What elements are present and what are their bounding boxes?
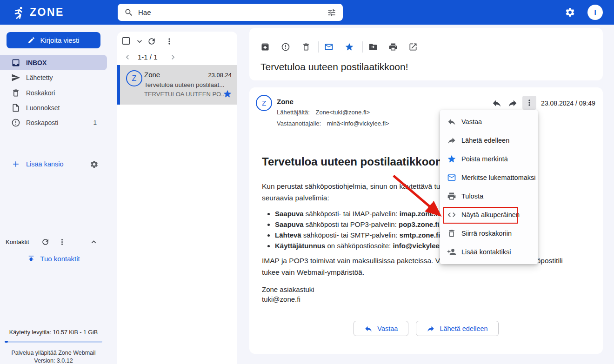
bullet-imap: Saapuva sähköposti- tai IMAP-palvelin: i…: [275, 208, 589, 219]
forward-button[interactable]: Lähetä edelleen: [416, 321, 498, 336]
compose-label: Kirjoita viesti: [40, 36, 79, 44]
draft-icon: [11, 103, 20, 113]
sidebar-item-drafts[interactable]: Luonnokset: [0, 100, 107, 115]
bullet-smtp: Lähtevä sähköposti- tai SMTP-palvelin: s…: [275, 230, 589, 240]
storage-usage-text: Käytetty levytila: 10.57 KiB - 1 GiB: [0, 329, 107, 336]
reply-button-label: Vastaa: [377, 325, 398, 332]
inbox-icon: [11, 58, 20, 67]
message-body-heading: Tervetuloa uuteen postilaatikkoon!: [262, 155, 446, 168]
search-bar[interactable]: [118, 4, 343, 21]
sidebar-item-inbox[interactable]: INBOX: [0, 55, 107, 70]
contacts-collapse-chevron-up-icon[interactable]: [89, 238, 99, 247]
report-spam-icon[interactable]: [281, 42, 290, 52]
send-icon: [11, 73, 20, 82]
reply-icon[interactable]: [492, 98, 502, 108]
menu-item-mark-unread[interactable]: Merkitse lukemattomaksi: [440, 168, 538, 187]
to-row: Vastaanottajalle: minä<info@vickylee.fi>: [277, 120, 389, 127]
email-date: 23.08.24: [208, 72, 232, 79]
sidebar-item-sent[interactable]: Lähetetty: [0, 70, 107, 85]
star-icon[interactable]: [345, 42, 354, 52]
forward-icon[interactable]: [507, 98, 518, 108]
upload-icon: [27, 254, 35, 263]
menu-item-add-contact[interactable]: Lisää kontaktiksi: [440, 243, 538, 261]
sidebar-divider: [0, 347, 107, 347]
spam-count-badge: 1: [93, 119, 97, 126]
toolbar-divider: [318, 41, 319, 53]
server-bullet-list: Saapuva sähköposti- tai IMAP-palvelin: i…: [268, 208, 589, 251]
from-label: Lähettäjältä:: [277, 109, 310, 116]
from-value: Zone<tuki@zone.fi>: [315, 109, 370, 116]
menu-item-remove-star[interactable]: Poista merkintä: [440, 150, 538, 168]
pagination-text: 1-1 / 1: [138, 53, 158, 61]
menu-item-move-to-trash[interactable]: Siirrä roskakoriin: [440, 224, 538, 243]
add-folder-row: Lisää kansio: [0, 157, 107, 171]
to-value: minä<info@vickylee.fi>: [327, 120, 389, 127]
list-refresh-icon[interactable]: [147, 37, 156, 46]
compose-button[interactable]: Kirjoita viesti: [7, 32, 100, 48]
pagination: 1-1 / 1: [117, 52, 237, 62]
email-subject: Tervetuloa uuteen postilaat...: [144, 81, 225, 88]
message-body-note: IMAP ja POP3 toimivat vain maksullisissa…: [262, 255, 592, 278]
contacts-refresh-icon[interactable]: [41, 238, 50, 247]
trash-icon: [11, 88, 20, 98]
page-prev-chevron-left-icon[interactable]: [123, 53, 132, 62]
folder-label: Luonnokset: [26, 104, 60, 112]
import-contacts-button[interactable]: Tuo kontaktit: [0, 254, 107, 263]
menu-item-show-original[interactable]: Näytä alkuperäinen: [440, 205, 538, 224]
message-datetime: 23.08.2024 / 09:49: [541, 99, 595, 107]
mark-unread-mail-icon[interactable]: [324, 42, 334, 52]
message-more-button[interactable]: [522, 96, 536, 110]
folder-label: INBOX: [26, 59, 47, 66]
search-input[interactable]: [138, 8, 322, 16]
menu-item-reply[interactable]: Vastaa: [440, 113, 538, 131]
select-all-checkbox[interactable]: [122, 37, 130, 45]
add-folder-button[interactable]: Lisää kansio: [26, 160, 64, 168]
mail-icon: [447, 173, 456, 182]
page-next-chevron-right-icon[interactable]: [168, 53, 178, 62]
sender-avatar: Z: [256, 95, 272, 111]
menu-item-forward[interactable]: Lähetä edelleen: [440, 131, 538, 150]
sidebar-item-trash[interactable]: Roskakori: [0, 85, 107, 100]
folder-move-icon[interactable]: [368, 42, 378, 52]
to-label: Vastaanottajalle:: [277, 120, 321, 127]
email-list-item[interactable]: Z Zone 23.08.24 Tervetuloa uuteen postil…: [117, 65, 237, 105]
folder-label: Roskakori: [26, 89, 55, 97]
sidebar: Kirjoita viesti INBOX Lähetetty Roskakor…: [0, 25, 107, 364]
folder-label: Lähetetty: [26, 74, 53, 81]
storage-progress-fill: [5, 341, 8, 343]
sender-avatar: Z: [126, 70, 142, 86]
email-message-card: Z Zone Lähettäjältä: Zone<tuki@zone.fi> …: [249, 87, 603, 354]
email-preview: TERVETULOA UUTEEN PO...: [144, 91, 226, 98]
plus-icon[interactable]: [11, 159, 20, 169]
message-action-row: Vastaa Lähetä edelleen: [249, 321, 603, 336]
bullet-pop3: Saapuva sähköposti tai POP3-palvelin: po…: [275, 219, 589, 230]
sidebar-item-spam[interactable]: Roskaposti 1: [0, 115, 107, 130]
contacts-more-icon[interactable]: [58, 238, 67, 247]
delete-icon[interactable]: [301, 42, 311, 52]
menu-item-print[interactable]: Tulosta: [440, 187, 538, 205]
user-avatar[interactable]: I: [587, 5, 603, 20]
print-icon[interactable]: [388, 42, 398, 52]
person-add-icon: [447, 247, 456, 257]
folder-label: Roskaposti: [26, 119, 58, 126]
forward-button-label: Lähetä edelleen: [440, 325, 487, 332]
settings-gear-icon[interactable]: [565, 7, 575, 18]
list-more-icon[interactable]: [165, 37, 174, 46]
reading-pane-header-card: Tervetuloa uuteen postilaatikkoon!: [249, 28, 603, 80]
from-row: Lähettäjältä: Zone<tuki@zone.fi>: [277, 109, 370, 116]
trash-icon: [447, 229, 456, 238]
spam-icon: [11, 118, 20, 127]
folder-settings-gear-icon[interactable]: [90, 160, 99, 169]
star-icon[interactable]: [223, 89, 232, 99]
star-icon: [447, 154, 456, 164]
runner-icon: [12, 6, 26, 20]
select-chevron-down-icon[interactable]: [135, 37, 144, 46]
contacts-title: Kontaktit: [6, 238, 29, 245]
archive-icon[interactable]: [260, 42, 270, 52]
message-signature: Zone asiakastuki tuki@zone.fi: [262, 285, 314, 304]
search-filter-icon[interactable]: [327, 8, 336, 17]
zone-logo[interactable]: ZONE: [12, 0, 64, 25]
brand-wordmark: ZONE: [30, 6, 64, 19]
reply-button[interactable]: Vastaa: [354, 321, 408, 336]
open-in-new-icon[interactable]: [408, 42, 418, 52]
